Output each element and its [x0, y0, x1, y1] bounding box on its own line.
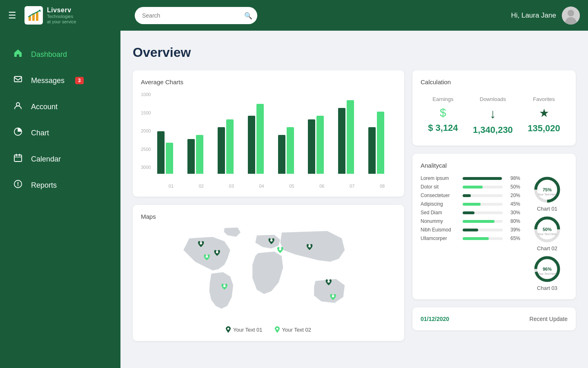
analytic-label-4: Sed Diam: [421, 210, 459, 215]
x-label-6: 07: [338, 182, 366, 188]
analytic-pct-7: 65%: [506, 236, 520, 241]
analytic-row-0: Lorem ipsum 98%: [421, 175, 520, 181]
logo-box: [24, 6, 43, 25]
main-grid: Average Charts 3000 2500 2000 1500 1000: [133, 70, 576, 360]
calc-favorites-label: Favorites: [528, 96, 560, 102]
analytic-bar-fill-7: [463, 237, 489, 240]
bar-dark-7: [368, 127, 376, 174]
x-label-5: 06: [308, 182, 336, 188]
analytic-label-3: Adipiscing: [421, 201, 459, 207]
sidebar-item-dashboard[interactable]: Dashboard: [0, 43, 120, 66]
recent-update-card: 01/12/2020 Recent Update: [412, 307, 576, 330]
calc-downloads: Downloads ↓ 1,340,230: [473, 96, 513, 135]
x-labels: 0102030405060708: [141, 182, 396, 188]
calc-favorites: Favorites ★ 135,020: [528, 96, 560, 135]
sidebar-item-calendar[interactable]: Calendar: [0, 148, 120, 171]
recent-title: Recent Update: [530, 316, 568, 322]
bar-dark-3: [248, 116, 255, 174]
analytic-row-4: Sed Diam 30%: [421, 210, 520, 215]
analytic-label-7: Ullamcorper: [421, 236, 459, 241]
analytic-row-2: Consectetuer 20%: [421, 193, 520, 198]
analytic-bar-bg-6: [463, 229, 503, 231]
maps-card: Maps: [133, 205, 404, 341]
average-charts-card: Average Charts 3000 2500 2000 1500 1000: [133, 70, 404, 197]
svg-point-18: [270, 239, 273, 242]
recent-header: 01/12/2020 Recent Update: [421, 316, 568, 322]
bar-green-5: [316, 116, 324, 174]
analytic-label-5: Nonummy: [421, 218, 459, 224]
bar-green-4: [287, 127, 294, 174]
logo-svg: [26, 8, 42, 23]
analytic-row-5: Nonummy 80%: [421, 218, 520, 224]
bar-group-3: [248, 104, 276, 174]
logo-area: ☰ Livserv Technologies at your service: [8, 6, 127, 25]
bar-group-2: [218, 119, 245, 174]
x-label-7: 08: [368, 182, 396, 188]
analytic-bar-fill-6: [463, 229, 478, 231]
svg-text:Your Text Here: Your Text Here: [538, 193, 557, 196]
header: ☰ Livserv Technologies at your service 🔍…: [0, 0, 588, 31]
avatar[interactable]: [562, 7, 580, 25]
analytic-pct-3: 45%: [506, 201, 520, 207]
analytic-bar-bg-1: [463, 186, 503, 188]
analytical-donuts-section: 75% Your Text Here Chart 01 50% Your Tex…: [527, 175, 568, 291]
sidebar-label-reports: Reports: [31, 181, 57, 190]
brand-tagline: at your service: [47, 19, 76, 25]
search-input[interactable]: [135, 7, 257, 24]
svg-text:Your Text Here: Your Text Here: [538, 272, 557, 275]
sidebar-item-chart[interactable]: Chart: [0, 121, 120, 144]
bar-green-6: [347, 100, 354, 174]
earnings-icon: $: [428, 106, 458, 119]
average-charts-title: Average Charts: [141, 79, 396, 85]
svg-point-24: [332, 295, 334, 297]
x-label-1: 02: [187, 182, 215, 188]
svg-point-23: [279, 248, 281, 250]
svg-point-26: [276, 328, 278, 330]
sidebar-label-account: Account: [31, 103, 58, 111]
bar-group-5: [308, 116, 336, 174]
x-label-3: 04: [248, 182, 276, 188]
calc-earnings: Earnings $ $ 3,124: [428, 96, 458, 135]
body-wrap: Dashboard Messages 3 Account Chart Cal: [0, 31, 588, 368]
sidebar: Dashboard Messages 3 Account Chart Cal: [0, 31, 120, 368]
page-title: Overview: [133, 45, 576, 60]
bar-dark-2: [218, 127, 225, 174]
sidebar-item-reports[interactable]: Reports: [0, 174, 120, 197]
analytic-label-2: Consectetuer: [421, 193, 459, 198]
main-content: Overview Average Charts 3000 2500 2000 1…: [120, 31, 588, 368]
search-icon: 🔍: [244, 11, 252, 19]
maps-title: Maps: [141, 213, 396, 220]
calc-grid: Earnings $ $ 3,124 Downloads ↓ 1,340,230…: [421, 92, 568, 137]
recent-date: 01/12/2020: [421, 316, 449, 322]
analytic-bar-fill-2: [463, 194, 471, 197]
header-right: Hi, Laura Jane: [511, 7, 580, 25]
home-icon: [12, 49, 24, 60]
hamburger-icon[interactable]: ☰: [8, 10, 16, 21]
sidebar-item-messages[interactable]: Messages 3: [0, 69, 120, 92]
sidebar-label-dashboard: Dashboard: [31, 50, 67, 59]
donut-label-1: Chart 02: [537, 245, 557, 251]
donut-item-1: 50% Your Text Here Chart 02: [533, 215, 561, 251]
donut-label-0: Chart 01: [537, 206, 557, 212]
bar-green-7: [377, 112, 384, 174]
calc-favorites-value: 135,020: [528, 123, 560, 134]
svg-point-22: [223, 285, 226, 287]
analytic-row-7: Ullamcorper 65%: [421, 236, 520, 241]
analytic-bar-fill-1: [463, 186, 483, 188]
svg-point-25: [227, 328, 229, 330]
analytic-bar-bg-0: [463, 177, 503, 180]
legend-pin-green: [275, 326, 280, 333]
brand-name: Livserv Technologies at your service: [47, 6, 76, 25]
calculation-card: Calculation Earnings $ $ 3,124 Downloads…: [412, 70, 576, 146]
legend-label-2: Your Text 02: [282, 327, 312, 333]
analytic-row-3: Adipiscing 45%: [421, 201, 520, 207]
downloads-icon: ↓: [473, 106, 513, 121]
sidebar-label-messages: Messages: [31, 76, 65, 85]
x-label-2: 03: [218, 182, 245, 188]
bar-group-0: [157, 131, 185, 174]
bar-group-4: [278, 127, 306, 174]
account-icon: [12, 101, 24, 112]
sidebar-item-account[interactable]: Account: [0, 95, 120, 118]
bar-dark-4: [278, 135, 285, 174]
bar-green-2: [226, 119, 234, 174]
